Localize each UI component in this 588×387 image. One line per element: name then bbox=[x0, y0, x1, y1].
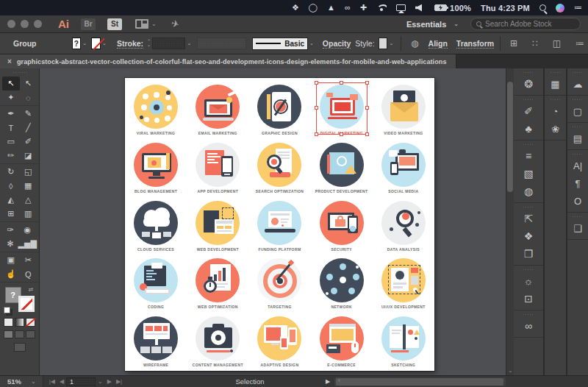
selection-handle[interactable] bbox=[365, 81, 369, 85]
panel-grip[interactable] bbox=[523, 71, 534, 74]
stroke-swatch[interactable] bbox=[91, 38, 101, 49]
opacity-link[interactable]: Opacity bbox=[323, 39, 351, 49]
notification-center-icon[interactable]: ≔ bbox=[574, 4, 582, 12]
artwork-ui-ux-development[interactable]: UI/UX DEVELOPMENT bbox=[373, 255, 434, 313]
mesh-tool[interactable]: ⊞ bbox=[2, 207, 20, 221]
zoom-level-dropdown[interactable]: 51% ⌄ bbox=[0, 376, 43, 387]
workspace-switcher[interactable]: Essentials ⌄ bbox=[406, 20, 459, 29]
align-link[interactable]: Align bbox=[429, 39, 448, 49]
selection-bounding-box[interactable] bbox=[316, 82, 368, 135]
creative-cloud-icon[interactable]: ◯ bbox=[309, 4, 318, 12]
close-window-button[interactable] bbox=[7, 20, 15, 28]
volume-icon[interactable] bbox=[415, 4, 425, 12]
battery-item[interactable]: 100% bbox=[434, 4, 471, 13]
none-button[interactable] bbox=[26, 318, 35, 327]
scale-tool[interactable]: ◱ bbox=[20, 165, 37, 179]
creative-cloud-panel-icon[interactable]: ☁ bbox=[567, 75, 588, 93]
airplay-icon[interactable] bbox=[396, 4, 406, 11]
panel-grip[interactable] bbox=[523, 269, 534, 271]
distribute-icon[interactable]: ∷ bbox=[532, 38, 538, 49]
screen-mode-button[interactable] bbox=[14, 343, 26, 352]
asset-export-icon[interactable]: ❂ bbox=[514, 75, 543, 93]
horizontal-scrollbar[interactable] bbox=[334, 377, 506, 386]
selection-handle[interactable] bbox=[315, 106, 318, 110]
selection-handle[interactable] bbox=[315, 81, 318, 85]
align-objects-icon[interactable]: ◫ bbox=[553, 38, 561, 49]
next-artboard-button[interactable]: ▶ bbox=[107, 378, 112, 385]
selection-handle[interactable] bbox=[340, 81, 343, 85]
symbol-sprayer-tool[interactable]: ✻ bbox=[2, 237, 18, 251]
status-flyout-icon[interactable]: ▶ bbox=[326, 378, 330, 385]
panel-grip[interactable] bbox=[572, 126, 584, 128]
artwork-app-development[interactable]: APP DEVELOPMENT bbox=[187, 139, 248, 197]
zoom-window-button[interactable] bbox=[34, 20, 42, 28]
shape-builder-tool[interactable]: ◭ bbox=[2, 193, 20, 207]
panel-grip[interactable] bbox=[572, 71, 584, 74]
panel-grip[interactable] bbox=[550, 71, 562, 74]
swatches-icon[interactable]: ❀ bbox=[545, 120, 566, 138]
free-transform-tool[interactable]: ▦ bbox=[20, 179, 37, 193]
width-tool[interactable]: ◊ bbox=[2, 179, 20, 193]
paragraph-icon[interactable]: ¶ bbox=[567, 174, 588, 192]
artwork-adaptive-design[interactable]: ADAPTIVE DESIGN bbox=[248, 313, 310, 371]
panel-grip[interactable] bbox=[572, 216, 584, 218]
helper-icon[interactable]: ✚ bbox=[360, 4, 367, 12]
opentype-icon[interactable]: O bbox=[567, 192, 588, 210]
eraser-tool[interactable]: ◪ bbox=[20, 149, 37, 163]
export-icon[interactable]: ⇱ bbox=[514, 210, 543, 227]
layers-icon[interactable]: ❖ bbox=[514, 227, 543, 245]
stroke-weight-label[interactable]: Stroke: bbox=[117, 39, 143, 49]
color-icon[interactable]: ▦ bbox=[545, 75, 566, 93]
wifi-icon[interactable] bbox=[376, 4, 387, 12]
artwork-funding-platform[interactable]: FUNDING PLATFORM bbox=[248, 197, 310, 255]
spotlight-icon[interactable] bbox=[539, 4, 546, 11]
artwork-video-marketing[interactable]: VIDEO MARKETING bbox=[373, 81, 434, 139]
artwork-e-commerce[interactable]: E-COMMERCE bbox=[311, 313, 373, 371]
stroke-icon[interactable]: ≡ bbox=[514, 147, 543, 165]
lasso-tool[interactable]: ◌ bbox=[20, 90, 37, 104]
color-button[interactable] bbox=[4, 318, 13, 327]
vertical-scrollbar-thumb[interactable] bbox=[507, 82, 513, 192]
panel-grip[interactable] bbox=[572, 99, 584, 101]
zoom-tool[interactable]: Q bbox=[20, 267, 37, 281]
panel-grip[interactable] bbox=[12, 71, 27, 74]
character-icon[interactable]: A| bbox=[567, 157, 588, 174]
direct-selection-tool[interactable]: ↖ bbox=[20, 77, 37, 90]
brushes-icon[interactable]: ✐ bbox=[514, 102, 543, 120]
panel-grip[interactable] bbox=[523, 206, 534, 208]
rectangle-tool[interactable]: ▭ bbox=[2, 135, 20, 149]
stock-button[interactable]: St bbox=[107, 18, 122, 30]
paintbrush-tool[interactable]: ✐ bbox=[20, 135, 37, 149]
google-drive-icon[interactable]: ▲ bbox=[327, 4, 335, 12]
symbols-icon[interactable]: ♣ bbox=[514, 120, 543, 138]
artwork-email-marketing[interactable]: EMAIL MARKETING bbox=[187, 81, 248, 139]
swap-fill-stroke-icon[interactable]: ⇄ bbox=[29, 286, 34, 293]
artboard[interactable]: VIRAL MARKETINGEMAIL MARKETINGGRAPHIC DE… bbox=[125, 78, 434, 371]
default-fill-stroke-icon[interactable] bbox=[4, 307, 10, 313]
artwork-network[interactable]: NETWORK bbox=[311, 255, 373, 313]
links-icon[interactable]: ∞ bbox=[514, 317, 543, 335]
pathfinder-icon[interactable]: ❐ bbox=[514, 245, 543, 263]
selection-handle[interactable] bbox=[315, 132, 318, 136]
artboard-number-field[interactable]: 1 bbox=[66, 377, 96, 386]
artwork-security[interactable]: SECURITY bbox=[311, 197, 373, 255]
chevron-down-icon[interactable]: ⌄ bbox=[98, 378, 103, 385]
perspective-grid-tool[interactable]: △ bbox=[20, 193, 37, 207]
curvature-tool[interactable]: ✎ bbox=[20, 107, 37, 121]
gradient-tool[interactable]: ▥ bbox=[20, 207, 37, 221]
eyedropper-tool[interactable]: ✑ bbox=[2, 223, 18, 237]
siri-icon[interactable] bbox=[556, 4, 564, 13]
artwork-coding[interactable]: CODING bbox=[125, 255, 187, 313]
column-graph-tool[interactable]: ▂▅▇ bbox=[18, 237, 37, 251]
canvas[interactable]: VIRAL MARKETINGEMAIL MARKETINGGRAPHIC DE… bbox=[40, 68, 506, 375]
panel-grip[interactable] bbox=[523, 99, 534, 101]
draw-inside-button[interactable] bbox=[26, 330, 35, 338]
panel-grip[interactable] bbox=[572, 153, 584, 155]
options-list-icon[interactable]: ≔ bbox=[576, 38, 584, 49]
artwork-social-media[interactable]: SOCIAL MEDIA bbox=[373, 139, 434, 197]
chevron-down-icon[interactable]: ⌄ bbox=[389, 40, 393, 46]
blend-tool[interactable]: ◉ bbox=[18, 223, 37, 237]
artwork-sketching[interactable]: SKETCHING bbox=[373, 313, 434, 371]
artwork-blog-management[interactable]: BLOG MANAGEMENT bbox=[125, 139, 187, 197]
brush-definition-dropdown[interactable]: Basic bbox=[252, 38, 308, 50]
